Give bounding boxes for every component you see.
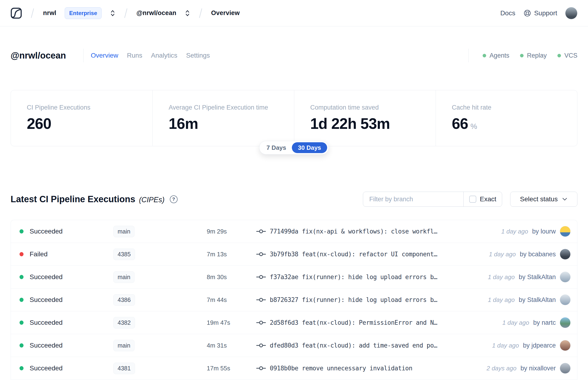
range-30-days-button[interactable]: 30 Days (292, 142, 327, 153)
duration: 4m 31s (207, 334, 227, 357)
stat-card-computation-time-saved: Computation time saved 1d 22h 53m (294, 90, 436, 146)
author: by StalkAltan (519, 273, 556, 281)
stat-value: 260 (27, 115, 152, 133)
range-7-days-button[interactable]: 7 Days (261, 144, 292, 152)
cipe-table: Succeeded main 9m 29s 771499da fix(nx-ap… (11, 220, 577, 380)
replay-label: Replay (527, 52, 547, 59)
author-avatar (560, 226, 570, 237)
table-row[interactable]: Succeeded main 9m 29s 771499da fix(nx-ap… (11, 220, 577, 243)
commit-message[interactable]: f37a32ae fix(runner): hide log upload er… (270, 273, 437, 281)
vcs-indicator[interactable]: VCS (557, 52, 577, 59)
replay-indicator[interactable]: Replay (520, 52, 547, 59)
author-avatar (560, 340, 570, 351)
branch-filter-input[interactable] (363, 192, 463, 207)
status-dot-icon (19, 252, 23, 256)
table-row[interactable]: Succeeded 4381 17m 55s 0918b0be remove u… (11, 357, 577, 380)
author: by jdpearce (523, 342, 556, 349)
user-avatar[interactable] (565, 7, 577, 19)
commit-icon (256, 320, 266, 326)
author: by bcabanes (520, 251, 556, 258)
org-switcher-chevron-updown-icon[interactable] (110, 10, 115, 17)
status-select-button[interactable]: Select status (510, 192, 577, 207)
stat-value: 1d 22h 53m (310, 115, 436, 133)
status-label: Succeeded (30, 288, 63, 311)
duration: 8m 30s (207, 266, 227, 288)
cipe-filters: Exact Select status (363, 192, 577, 207)
status-label: Succeeded (30, 334, 63, 357)
tab-runs[interactable]: Runs (127, 50, 143, 61)
status-dot-icon (19, 298, 23, 302)
duration: 19m 47s (207, 311, 230, 334)
stat-label: Cache hit rate (452, 104, 577, 111)
date-range-toggle: 7 Days 30 Days (259, 141, 329, 154)
tab-overview[interactable]: Overview (90, 50, 119, 61)
branch-badge[interactable]: main (113, 340, 134, 351)
commit-icon (256, 365, 266, 371)
page-title: @nrwl/ocean (11, 51, 83, 61)
workspace-name[interactable]: @nrwl/ocean (136, 9, 176, 17)
time-ago: 1 day ago (488, 273, 515, 281)
time-ago: 1 day ago (488, 296, 515, 304)
enterprise-badge[interactable]: Enterprise (65, 7, 102, 19)
table-row[interactable]: Failed 4385 7m 13s 3b79fb38 feat(nx-clou… (11, 243, 577, 266)
duration: 7m 44s (207, 288, 227, 311)
stat-value: 66% (452, 115, 577, 133)
help-icon[interactable]: ? (170, 195, 178, 203)
commit-message[interactable]: 771499da fix(nx-api & workflows): close … (270, 228, 437, 235)
breadcrumb: nrwl Enterprise @nrwl/ocean Overview (11, 7, 240, 19)
status-dot-icon (19, 275, 23, 279)
author-avatar (560, 294, 570, 305)
exact-toggle[interactable]: Exact (463, 192, 502, 207)
branch-badge[interactable]: main (113, 271, 134, 283)
time-ago: 1 day ago (489, 251, 516, 258)
divider (83, 49, 83, 62)
stat-card-cache-hit-rate: Cache hit rate 66% (436, 90, 577, 146)
commit-icon (256, 274, 266, 280)
branch-filter-group: Exact (363, 192, 502, 207)
commit-message[interactable]: 2d58f6d3 feat(nx-cloud): PermissionError… (270, 319, 437, 326)
time-ago: 2 days ago (487, 365, 516, 372)
duration: 17m 55s (207, 357, 230, 380)
table-row[interactable]: Succeeded main 4m 31s dfed80d3 feat(nx-c… (11, 334, 577, 357)
workspace-header: @nrwl/ocean Overview Runs Analytics Sett… (11, 45, 577, 66)
commit-message[interactable]: dfed80d3 feat(nx-cloud): add time-saved … (270, 342, 437, 349)
agents-label: Agents (490, 52, 509, 59)
tab-analytics[interactable]: Analytics (151, 50, 178, 61)
status-label: Succeeded (30, 311, 63, 334)
author: by StalkAltan (519, 296, 556, 304)
author: by lourw (532, 228, 556, 235)
table-row[interactable]: Succeeded 4386 7m 44s b8726327 fix(runne… (11, 288, 577, 311)
stat-label: Average CI Pipeline Execution time (169, 104, 294, 111)
tab-settings[interactable]: Settings (186, 50, 210, 61)
commit-message[interactable]: b8726327 fix(runner): hide log upload er… (270, 296, 437, 303)
agents-indicator[interactable]: Agents (483, 52, 509, 59)
exact-checkbox[interactable] (469, 196, 476, 203)
branch-badge[interactable]: 4382 (113, 317, 135, 328)
author: by nixallover (520, 365, 556, 372)
branch-badge[interactable]: 4385 (113, 248, 135, 260)
docs-link[interactable]: Docs (500, 9, 515, 17)
branch-badge[interactable]: main (113, 226, 134, 237)
table-row[interactable]: Succeeded 4382 19m 47s 2d58f6d3 feat(nx-… (11, 311, 577, 334)
time-ago: 1 day ago (501, 228, 528, 235)
chevron-down-icon (562, 197, 568, 201)
branch-badge[interactable]: 4381 (113, 362, 135, 374)
branch-badge[interactable]: 4386 (113, 294, 135, 306)
status-select-label: Select status (520, 195, 558, 203)
commit-icon (256, 228, 266, 234)
time-ago: 1 day ago (492, 342, 519, 349)
commit-message[interactable]: 3b79fb38 feat(nx-cloud): refactor UI com… (270, 251, 437, 258)
org-name[interactable]: nrwl (43, 9, 56, 17)
time-ago: 1 day ago (502, 319, 529, 326)
support-link[interactable]: Support (523, 9, 557, 17)
duration: 7m 13s (207, 243, 227, 266)
table-row[interactable]: Succeeded main 8m 30s f37a32ae fix(runne… (11, 266, 577, 288)
author-avatar (560, 272, 570, 283)
status-label: Succeeded (30, 220, 63, 243)
workspace-switcher-chevron-updown-icon[interactable] (185, 10, 190, 17)
nx-cloud-logo-icon[interactable] (11, 7, 22, 19)
commit-message[interactable]: 0918b0be remove unnecessary invalidation (270, 365, 412, 372)
section-title-suffix: (CIPEs) (139, 196, 165, 204)
commit-icon (256, 297, 266, 303)
commit-icon (256, 251, 266, 257)
